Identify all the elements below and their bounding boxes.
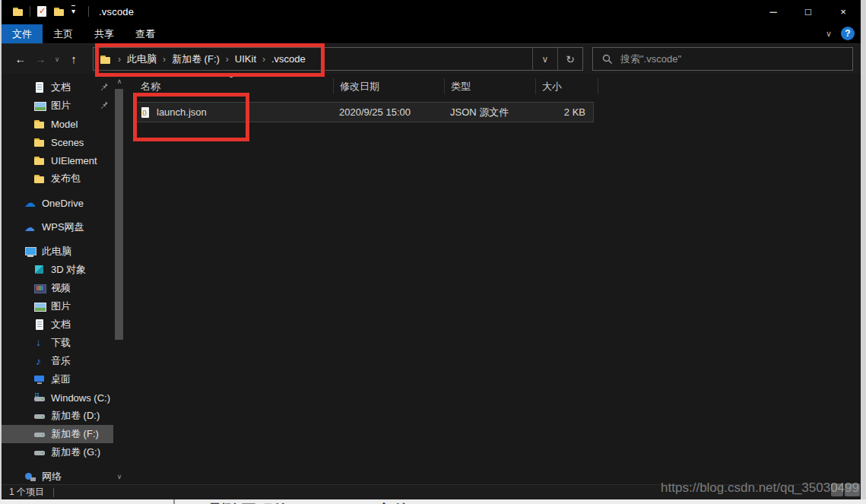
desktop-icon bbox=[33, 373, 46, 385]
pin-icon bbox=[100, 82, 109, 94]
search-icon bbox=[602, 54, 613, 65]
search-input[interactable] bbox=[620, 53, 826, 65]
sidebar-item-label: 视频 bbox=[51, 281, 71, 295]
column-headers: ▴ 名称 修改日期 类型 大小 bbox=[135, 76, 861, 97]
sidebar-item-wps-cloud[interactable]: WPS网盘 bbox=[2, 218, 113, 236]
quick-access-toolbar: .vscode bbox=[2, 5, 134, 17]
address-bar[interactable]: ›此电脑›新加卷 (F:)›UIKit›.vscode ∨ ↻ bbox=[93, 47, 583, 71]
sidebar-item-pictures-quick[interactable]: 图片 bbox=[2, 97, 113, 115]
item-count: 1 个项目 bbox=[9, 486, 44, 499]
window-title: .vscode bbox=[99, 6, 134, 17]
breadcrumb-item[interactable]: .vscode bbox=[271, 53, 306, 65]
sidebar-item-label: 文档 bbox=[51, 81, 71, 94]
drive-icon bbox=[33, 446, 46, 458]
scroll-up-icon[interactable]: ∧ bbox=[113, 75, 125, 87]
document-icon bbox=[33, 319, 46, 331]
search-box bbox=[592, 47, 853, 71]
close-button[interactable]: × bbox=[826, 0, 861, 23]
sidebar-item-this-pc[interactable]: 此电脑 bbox=[2, 242, 113, 261]
sidebar-item-music[interactable]: 音乐 bbox=[2, 352, 113, 370]
sidebar-item-label: 此电脑 bbox=[42, 245, 71, 258]
file-row[interactable]: launch.json2020/9/25 15:00JSON 源文件2 KB bbox=[135, 102, 594, 122]
picture-icon bbox=[33, 300, 46, 312]
breadcrumb-item[interactable]: UIKit bbox=[235, 53, 256, 65]
back-icon[interactable]: ← bbox=[11, 52, 30, 65]
maximize-button[interactable]: □ bbox=[791, 0, 826, 23]
sidebar-item-3d-objects[interactable]: 3D 对象 bbox=[2, 261, 113, 279]
minimize-button[interactable]: ─ bbox=[756, 0, 791, 23]
sidebar-item-label: 3D 对象 bbox=[51, 263, 86, 277]
sidebar-item-uielement[interactable]: UIElement bbox=[2, 151, 113, 170]
refresh-icon[interactable]: ↻ bbox=[557, 48, 582, 70]
sidebar-item-windows-c[interactable]: Windows (C:) bbox=[2, 388, 113, 407]
sidebar-item-label: 网络 bbox=[42, 470, 62, 483]
file-size: 2 KB bbox=[535, 106, 585, 118]
sidebar-item-release-package[interactable]: 发布包 bbox=[2, 170, 113, 188]
address-dropdown-icon[interactable]: ∨ bbox=[532, 48, 557, 70]
tab-view[interactable]: 查看 bbox=[125, 24, 166, 43]
forward-icon[interactable]: → bbox=[30, 52, 50, 65]
folder-icon bbox=[33, 154, 46, 166]
column-header-type[interactable]: 类型 bbox=[445, 78, 536, 94]
file-modified-date: 2020/9/25 15:00 bbox=[333, 106, 444, 118]
column-header-date[interactable]: 修改日期 bbox=[334, 78, 445, 94]
tab-file[interactable]: 文件 bbox=[2, 24, 43, 43]
sidebar-list: 文档图片ModelScenesUIElement发布包OneDriveWPS网盘… bbox=[2, 74, 125, 484]
sidebar-item-label: 桌面 bbox=[51, 372, 71, 386]
sidebar-item-label: 发布包 bbox=[51, 172, 81, 185]
sidebar-item-scenes[interactable]: Scenes bbox=[2, 133, 113, 151]
scrollbar-thumb[interactable] bbox=[115, 89, 123, 340]
sidebar-item-onedrive[interactable]: OneDrive bbox=[2, 194, 113, 212]
sidebar-item-label: 新加卷 (F:) bbox=[51, 427, 99, 441]
sidebar-item-label: 音乐 bbox=[51, 354, 71, 368]
sidebar-item-desktop[interactable]: 桌面 bbox=[2, 370, 113, 388]
help-icon[interactable]: ? bbox=[841, 27, 855, 40]
sidebar-item-label: 文档 bbox=[51, 318, 71, 331]
sidebar-item-network[interactable]: 网络 bbox=[2, 468, 113, 484]
sidebar-scrollbar[interactable]: ∧ ∨ bbox=[113, 74, 125, 484]
breadcrumb-separator-icon: › bbox=[112, 54, 127, 65]
sidebar-item-volume-d[interactable]: 新加卷 (D:) bbox=[2, 407, 113, 425]
file-name: launch.json bbox=[157, 106, 207, 118]
breadcrumb-item[interactable]: 此电脑 bbox=[127, 52, 157, 66]
scroll-down-icon[interactable]: ∨ bbox=[113, 471, 125, 483]
sidebar-item-model[interactable]: Model bbox=[2, 115, 113, 133]
customize-toolbar-icon[interactable] bbox=[71, 5, 83, 17]
sidebar-item-documents-quick[interactable]: 文档 bbox=[2, 78, 113, 97]
sidebar-item-volume-f[interactable]: 新加卷 (F:) bbox=[2, 425, 113, 443]
3d-cube-icon bbox=[33, 264, 46, 276]
sidebar-item-label: 新加卷 (G:) bbox=[51, 445, 100, 459]
column-header-size[interactable]: 大小 bbox=[536, 78, 598, 94]
wps-cloud-icon bbox=[24, 221, 36, 233]
sidebar-item-documents[interactable]: 文档 bbox=[2, 315, 113, 334]
up-icon[interactable]: ↑ bbox=[64, 52, 84, 65]
breadcrumb-separator-icon: › bbox=[157, 54, 172, 65]
recent-locations-icon[interactable]: ∨ bbox=[50, 55, 64, 63]
ribbon-collapse-icon[interactable]: ∨ bbox=[826, 29, 832, 39]
sidebar-item-pictures[interactable]: 图片 bbox=[2, 297, 113, 315]
sidebar-item-downloads[interactable]: 下载 bbox=[2, 334, 113, 352]
status-divider bbox=[53, 488, 54, 497]
windows-drive-icon bbox=[33, 391, 46, 404]
sidebar-item-label: Model bbox=[51, 119, 78, 130]
file-rows: launch.json2020/9/25 15:00JSON 源文件2 KB bbox=[135, 102, 861, 122]
new-folder-icon[interactable] bbox=[53, 5, 65, 17]
explorer-window: .vscode ─ □ × 文件 主页 共享 查看 ∨ ? ← → ∨ ↑ bbox=[2, 0, 861, 499]
tab-share[interactable]: 共享 bbox=[84, 24, 125, 43]
properties-icon[interactable] bbox=[36, 5, 48, 17]
breadcrumb-item[interactable]: 新加卷 (F:) bbox=[172, 52, 220, 66]
column-header-name[interactable]: 名称 bbox=[135, 78, 334, 94]
document-icon bbox=[33, 81, 46, 94]
sidebar-item-label: WPS网盘 bbox=[42, 220, 84, 234]
sidebar-item-label: 图片 bbox=[51, 99, 71, 113]
sidebar-item-label: OneDrive bbox=[42, 198, 84, 209]
sidebar-item-label: 下载 bbox=[51, 336, 71, 350]
sidebar-item-label: Scenes bbox=[51, 137, 84, 148]
json-file-icon bbox=[139, 106, 151, 119]
tab-home[interactable]: 主页 bbox=[43, 24, 84, 43]
sidebar-item-videos[interactable]: 视频 bbox=[2, 279, 113, 297]
breadcrumb: ›此电脑›新加卷 (F:)›UIKit›.vscode bbox=[112, 48, 306, 70]
toolbar-separator bbox=[30, 6, 30, 17]
sidebar-item-volume-g[interactable]: 新加卷 (G:) bbox=[2, 443, 113, 461]
ribbon-tab-bar: 文件 主页 共享 查看 ∨ ? bbox=[2, 23, 861, 44]
